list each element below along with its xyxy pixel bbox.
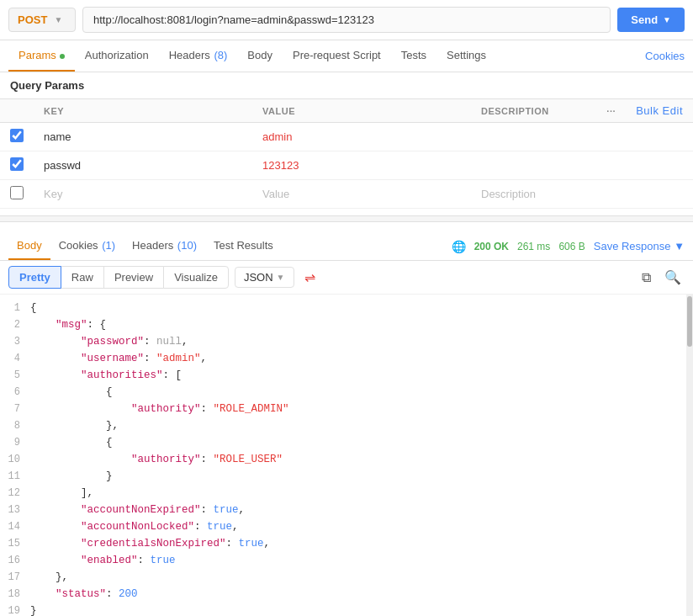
tab-params[interactable]: Params — [8, 40, 75, 72]
globe-icon: 🌐 — [452, 240, 466, 253]
tab-tests-label: Tests — [401, 49, 426, 61]
save-response-button[interactable]: Save Response ▼ — [594, 240, 685, 252]
row2-checkbox[interactable] — [10, 157, 24, 171]
row2-checkbox-cell — [0, 151, 34, 180]
table-row: name admin — [0, 123, 693, 151]
tab-tests[interactable]: Tests — [391, 40, 436, 72]
tab-authorization-label: Authorization — [85, 49, 149, 61]
row1-checkbox-cell — [0, 123, 34, 151]
resp-tab-headers-label: Headers — [132, 239, 173, 252]
code-line-6: 6 { — [0, 384, 693, 401]
resp-tab-cookies[interactable]: Cookies (1) — [50, 232, 124, 260]
method-selector[interactable]: POST ▼ — [8, 8, 76, 32]
row3-checkbox[interactable] — [10, 186, 24, 199]
resp-tab-headers[interactable]: Headers (10) — [124, 232, 205, 260]
response-time: 261 ms — [517, 241, 550, 252]
code-line-17: 17 }, — [0, 569, 693, 586]
json-chevron-icon: ▼ — [277, 273, 285, 282]
col-description-header: DESCRIPTION — [471, 99, 596, 123]
row1-bulk — [626, 123, 693, 151]
row2-key[interactable]: passwd — [34, 151, 252, 180]
section-divider — [0, 215, 693, 222]
resp-tab-test-results[interactable]: Test Results — [205, 232, 282, 260]
code-line-15: 15 "credentialsNonExpired": true, — [0, 535, 693, 552]
scrollbar-track[interactable] — [686, 295, 693, 616]
method-label: POST — [18, 13, 47, 26]
params-table: KEY VALUE DESCRIPTION ··· Bulk Edit name… — [0, 98, 693, 209]
url-input[interactable] — [82, 7, 611, 33]
cookies-link[interactable]: Cookies — [645, 41, 685, 71]
save-response-label: Save Response — [594, 240, 671, 252]
row2-more — [596, 151, 626, 180]
format-preview-button[interactable]: Preview — [103, 266, 164, 289]
method-chevron-icon: ▼ — [54, 15, 62, 24]
code-line-16: 16 "enabled": true — [0, 552, 693, 569]
bulk-edit-button[interactable]: Bulk Edit — [636, 104, 683, 117]
row3-more — [596, 180, 626, 209]
col-key-header: KEY — [34, 99, 252, 123]
code-line-10: 10 "authority": "ROLE_USER" — [0, 451, 693, 468]
headers-badge: (8) — [211, 49, 228, 61]
format-raw-button[interactable]: Raw — [61, 266, 104, 289]
tab-body[interactable]: Body — [237, 40, 283, 72]
resp-tab-body-label: Body — [17, 239, 42, 252]
resp-tab-body[interactable]: Body — [8, 232, 50, 260]
row3-checkbox-cell — [0, 180, 34, 209]
cookies-badge: (1) — [99, 239, 116, 252]
format-visualize-button[interactable]: Visualize — [163, 266, 229, 289]
json-type-selector[interactable]: JSON ▼ — [235, 267, 294, 288]
wrap-button[interactable]: ⇌ — [301, 266, 319, 289]
query-params-section: Query Params KEY VALUE DESCRIPTION ··· B… — [0, 72, 693, 209]
col-value-header: VALUE — [252, 99, 471, 123]
response-tabs-bar: Body Cookies (1) Headers (10) Test Resul… — [0, 229, 693, 261]
row3-value-placeholder[interactable]: Value — [252, 180, 471, 209]
code-line-2: 2 "msg": { — [0, 316, 693, 333]
tab-prerequest[interactable]: Pre-request Script — [283, 40, 391, 72]
row1-value[interactable]: admin — [252, 123, 471, 151]
col-bulk-header: Bulk Edit — [626, 99, 693, 123]
code-line-13: 13 "accountNonExpired": true, — [0, 502, 693, 518]
cookies-label: Cookies — [645, 50, 685, 62]
request-tabs-bar: Params Authorization Headers (8) Body Pr… — [0, 40, 693, 72]
table-row: passwd 123123 — [0, 151, 693, 180]
tab-prerequest-label: Pre-request Script — [293, 49, 381, 61]
send-chevron-icon: ▼ — [663, 15, 671, 24]
tab-authorization[interactable]: Authorization — [75, 40, 159, 72]
tab-headers[interactable]: Headers (8) — [159, 40, 238, 72]
code-line-8: 8 }, — [0, 417, 693, 434]
resp-tab-test-results-label: Test Results — [214, 239, 273, 252]
row1-description[interactable] — [471, 123, 596, 151]
tab-settings[interactable]: Settings — [436, 40, 496, 72]
response-status: 200 OK — [474, 241, 509, 252]
row2-description[interactable] — [471, 151, 596, 180]
resp-headers-badge: (10) — [174, 239, 197, 252]
row1-more — [596, 123, 626, 151]
scrollbar-thumb[interactable] — [687, 296, 692, 347]
send-button[interactable]: Send ▼ — [617, 8, 685, 32]
format-right-icons: ⧉ 🔍 — [638, 266, 685, 289]
code-line-3: 3 "password": null, — [0, 333, 693, 350]
row2-value[interactable]: 123123 — [252, 151, 471, 180]
tab-settings-label: Settings — [447, 49, 486, 61]
code-line-9: 9 { — [0, 434, 693, 451]
tab-headers-label: Headers — [169, 49, 210, 61]
response-size: 606 B — [558, 241, 585, 252]
copy-icon[interactable]: ⧉ — [638, 267, 654, 289]
response-code-area: 1 { 2 "msg": { 3 "password": null, 4 "us… — [0, 295, 693, 616]
code-line-19: 19 } — [0, 603, 693, 616]
row1-key[interactable]: name — [34, 123, 252, 151]
tab-params-label: Params — [19, 49, 56, 61]
code-line-18: 18 "status": 200 — [0, 586, 693, 603]
more-icon[interactable]: ··· — [606, 106, 616, 116]
send-label: Send — [631, 13, 658, 26]
code-line-4: 4 "username": "admin", — [0, 350, 693, 367]
table-row-empty: Key Value Description — [0, 180, 693, 209]
row1-checkbox[interactable] — [10, 129, 24, 142]
search-icon[interactable]: 🔍 — [661, 266, 685, 289]
row3-key-placeholder[interactable]: Key — [34, 180, 252, 209]
code-line-14: 14 "accountNonLocked": true, — [0, 518, 693, 535]
row3-desc-placeholder[interactable]: Description — [471, 180, 596, 209]
code-line-7: 7 "authority": "ROLE_ADMIN" — [0, 401, 693, 417]
format-pretty-button[interactable]: Pretty — [8, 266, 61, 289]
tab-body-label: Body — [247, 49, 272, 61]
